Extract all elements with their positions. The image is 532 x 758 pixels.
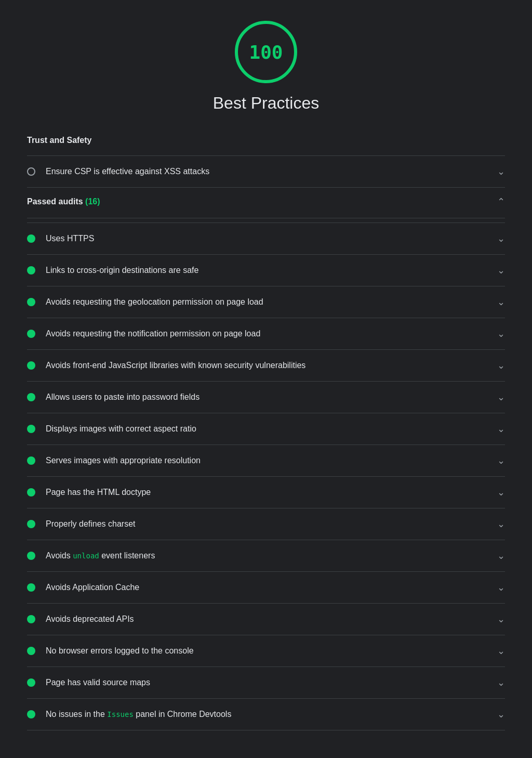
chevron-down-icon: ⌄ xyxy=(497,582,505,593)
audit-item-geolocation[interactable]: Avoids requesting the geolocation permis… xyxy=(27,286,505,318)
audit-dot-green xyxy=(27,361,35,370)
audit-item-js-libraries[interactable]: Avoids front-end JavaScript libraries wi… xyxy=(27,349,505,381)
passed-audits-count: (16) xyxy=(85,197,100,206)
issues-code: Issues xyxy=(107,710,134,718)
chevron-down-icon: ⌄ xyxy=(497,423,505,435)
audit-dot-green xyxy=(27,393,35,401)
audit-label-aspect-ratio: Displays images with correct aspect rati… xyxy=(46,423,491,435)
chevron-down-icon: ⌄ xyxy=(497,677,505,688)
chevron-down-icon: ⌄ xyxy=(497,328,505,339)
page-container: 100 Best Practices Trust and Safety Ensu… xyxy=(17,0,515,751)
audit-dot-green xyxy=(27,488,35,496)
score-section: 100 Best Practices xyxy=(27,21,505,113)
chevron-down-icon: ⌄ xyxy=(497,265,505,276)
score-circle: 100 xyxy=(235,21,297,83)
audit-dot-green xyxy=(27,298,35,306)
chevron-down-icon: ⌄ xyxy=(497,487,505,498)
audit-label-issues-panel: No issues in the Issues panel in Chrome … xyxy=(46,708,491,721)
audit-dot-green xyxy=(27,710,35,718)
audit-dot-green xyxy=(27,520,35,528)
chevron-down-icon: ⌄ xyxy=(497,645,505,657)
audit-dot-green xyxy=(27,583,35,592)
audit-label-app-cache: Avoids Application Cache xyxy=(46,581,491,594)
chevron-down-icon: ⌄ xyxy=(497,550,505,561)
chevron-up-icon: ⌃ xyxy=(497,196,505,207)
audit-label-paste-password: Allows users to paste into password fiel… xyxy=(46,391,491,403)
audit-item-issues-panel[interactable]: No issues in the Issues panel in Chrome … xyxy=(27,698,505,730)
chevron-down-icon: ⌄ xyxy=(497,613,505,625)
audit-dot-green xyxy=(27,647,35,655)
audit-label-unload: Avoids unload event listeners xyxy=(46,550,491,562)
audit-label-cross-origin: Links to cross-origin destinations are s… xyxy=(46,264,491,277)
audit-item-cross-origin[interactable]: Links to cross-origin destinations are s… xyxy=(27,254,505,286)
audit-label-csp-xss: Ensure CSP is effective against XSS atta… xyxy=(46,165,491,178)
audit-dot-green xyxy=(27,330,35,338)
unload-code: unload xyxy=(73,552,99,560)
audit-dot-green xyxy=(27,456,35,465)
chevron-down-icon: ⌄ xyxy=(497,709,505,720)
audit-dot-gray xyxy=(27,167,35,176)
audit-item-app-cache[interactable]: Avoids Application Cache ⌄ xyxy=(27,571,505,603)
chevron-down-icon: ⌄ xyxy=(497,391,505,403)
audit-item-browser-errors[interactable]: No browser errors logged to the console … xyxy=(27,635,505,666)
trust-safety-section-header: Trust and Safety xyxy=(27,125,505,151)
audit-item-uses-https[interactable]: Uses HTTPS ⌄ xyxy=(27,223,505,254)
chevron-down-icon: ⌄ xyxy=(497,455,505,466)
chevron-down-icon: ⌄ xyxy=(497,296,505,308)
audit-item-aspect-ratio[interactable]: Displays images with correct aspect rati… xyxy=(27,413,505,445)
trust-safety-list: Ensure CSP is effective against XSS atta… xyxy=(27,155,505,188)
chevron-down-icon: ⌄ xyxy=(497,233,505,244)
audit-dot-green xyxy=(27,425,35,433)
audit-item-csp-xss[interactable]: Ensure CSP is effective against XSS atta… xyxy=(27,155,505,188)
audit-label-charset: Properly defines charset xyxy=(46,518,491,530)
audit-label-source-maps: Page has valid source maps xyxy=(46,676,491,689)
audit-label-js-libraries: Avoids front-end JavaScript libraries wi… xyxy=(46,359,491,372)
section-divider xyxy=(27,218,505,218)
passed-audits-header[interactable]: Passed audits (16) ⌃ xyxy=(27,188,505,216)
audit-label-notification: Avoids requesting the notification permi… xyxy=(46,328,491,340)
audit-label-deprecated-apis: Avoids deprecated APIs xyxy=(46,613,491,625)
audit-label-image-resolution: Serves images with appropriate resolutio… xyxy=(46,454,491,467)
audit-label-browser-errors: No browser errors logged to the console xyxy=(46,645,491,657)
audit-label-html-doctype: Page has the HTML doctype xyxy=(46,486,491,499)
audit-dot-green xyxy=(27,615,35,623)
score-value: 100 xyxy=(249,42,283,63)
passed-audits-list: Uses HTTPS ⌄ Links to cross-origin desti… xyxy=(27,223,505,730)
audit-item-charset[interactable]: Properly defines charset ⌄ xyxy=(27,508,505,540)
audit-item-paste-password[interactable]: Allows users to paste into password fiel… xyxy=(27,381,505,413)
chevron-down-icon: ⌄ xyxy=(497,518,505,530)
audit-dot-green xyxy=(27,552,35,560)
audit-item-source-maps[interactable]: Page has valid source maps ⌄ xyxy=(27,666,505,698)
audit-label-geolocation: Avoids requesting the geolocation permis… xyxy=(46,296,491,308)
chevron-down-icon: ⌄ xyxy=(497,360,505,371)
audit-label-uses-https: Uses HTTPS xyxy=(46,232,491,245)
chevron-down-icon: ⌄ xyxy=(497,166,505,177)
audit-item-deprecated-apis[interactable]: Avoids deprecated APIs ⌄ xyxy=(27,603,505,635)
audit-dot-green xyxy=(27,678,35,687)
audit-item-html-doctype[interactable]: Page has the HTML doctype ⌄ xyxy=(27,476,505,508)
page-title: Best Practices xyxy=(213,94,320,113)
audit-dot-green xyxy=(27,266,35,275)
audit-item-image-resolution[interactable]: Serves images with appropriate resolutio… xyxy=(27,445,505,476)
audit-dot-green xyxy=(27,234,35,243)
audit-item-notification[interactable]: Avoids requesting the notification permi… xyxy=(27,318,505,349)
passed-audits-header-text: Passed audits (16) xyxy=(27,197,100,206)
trust-safety-label: Trust and Safety xyxy=(27,136,91,145)
passed-audits-label: Passed audits xyxy=(27,197,85,206)
audit-item-unload[interactable]: Avoids unload event listeners ⌄ xyxy=(27,540,505,571)
